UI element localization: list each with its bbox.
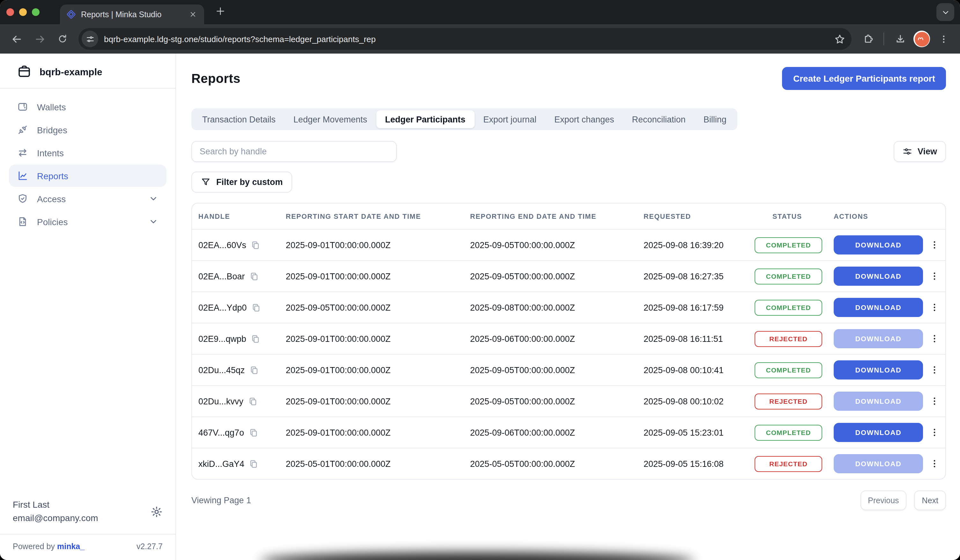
search-input[interactable] xyxy=(191,141,397,162)
tab-export-changes[interactable]: Export changes xyxy=(546,110,623,128)
minka-brand-link[interactable]: minka_ xyxy=(57,542,85,551)
site-settings-icon[interactable] xyxy=(82,30,98,47)
row-menu-icon[interactable] xyxy=(930,302,939,312)
pagination: Viewing Page 1 Previous Next xyxy=(191,491,946,510)
reload-button[interactable] xyxy=(53,29,72,48)
browser-menu-icon[interactable] xyxy=(934,29,953,48)
download-button[interactable]: DOWNLOAD xyxy=(834,267,923,286)
sidebar-item-wallets[interactable]: Wallets xyxy=(9,96,166,118)
extensions-icon[interactable] xyxy=(858,29,877,48)
download-button: DOWNLOAD xyxy=(834,454,923,473)
create-report-button[interactable]: Create Ledger Participants report xyxy=(782,67,946,90)
new-tab-button[interactable] xyxy=(216,6,225,16)
forward-button[interactable] xyxy=(30,29,49,48)
copy-icon[interactable] xyxy=(251,240,260,250)
downloads-icon[interactable] xyxy=(890,29,910,48)
report-start-date: 2025-09-01T00:00:00.000Z xyxy=(286,428,470,437)
close-window-button[interactable] xyxy=(6,8,14,16)
browser-tab[interactable]: Reports | Minka Studio xyxy=(60,5,204,24)
table-header-row: HANDLE REPORTING START DATE AND TIME REP… xyxy=(192,203,945,229)
download-button[interactable]: DOWNLOAD xyxy=(834,360,923,379)
favicon xyxy=(66,10,76,19)
tab-billing[interactable]: Billing xyxy=(694,110,736,128)
bookmark-star-icon[interactable] xyxy=(830,30,848,48)
report-start-date: 2025-09-01T00:00:00.000Z xyxy=(286,334,470,344)
filter-by-custom-button[interactable]: Filter by custom xyxy=(191,171,293,193)
sidebar-item-label: Intents xyxy=(37,148,64,158)
requested-timestamp: 2025-09-08 16:39:20 xyxy=(643,240,755,250)
tab-transaction-details[interactable]: Transaction Details xyxy=(193,110,285,128)
tab-ledger-movements[interactable]: Ledger Movements xyxy=(285,110,376,128)
tab-export-journal[interactable]: Export journal xyxy=(474,110,546,128)
copy-icon[interactable] xyxy=(250,365,259,375)
minimize-window-button[interactable] xyxy=(19,8,27,16)
copy-icon[interactable] xyxy=(249,459,258,469)
download-button: DOWNLOAD xyxy=(834,392,923,411)
report-tabs: Transaction DetailsLedger MovementsLedge… xyxy=(191,109,738,130)
back-button[interactable] xyxy=(7,29,26,48)
report-end-date: 2025-09-05T00:00:00.000Z xyxy=(470,365,643,375)
table-row: xkiD...GaY4 2025-05-01T00:00:00.000Z 202… xyxy=(192,448,945,479)
page-indicator: Viewing Page 1 xyxy=(191,496,251,505)
copy-icon[interactable] xyxy=(251,334,260,344)
chevron-down-icon xyxy=(149,217,158,226)
window-controls xyxy=(6,8,40,16)
row-menu-icon[interactable] xyxy=(930,271,939,281)
report-end-date: 2025-09-05T00:00:00.000Z xyxy=(470,240,643,250)
zoom-window-button[interactable] xyxy=(32,8,40,16)
sidebar-item-intents[interactable]: Intents xyxy=(9,142,166,164)
requested-timestamp: 2025-09-08 16:11:51 xyxy=(643,334,755,344)
gear-icon[interactable] xyxy=(150,506,163,518)
download-button[interactable]: DOWNLOAD xyxy=(834,235,923,254)
col-end: REPORTING END DATE AND TIME xyxy=(470,213,643,220)
ledger-name: bqrb-example xyxy=(40,66,102,77)
view-button[interactable]: View xyxy=(894,141,946,162)
table-row: 02EA...Boar 2025-09-01T00:00:00.000Z 202… xyxy=(192,260,945,291)
sidebar-item-reports[interactable]: Reports xyxy=(9,165,166,187)
status-badge: COMPLETED xyxy=(755,237,822,253)
sidebar-item-label: Wallets xyxy=(37,102,66,112)
user-block: First Last email@company.com xyxy=(0,491,175,534)
copy-icon[interactable] xyxy=(250,271,259,281)
copy-icon[interactable] xyxy=(248,397,258,406)
next-page-button[interactable]: Next xyxy=(914,491,946,510)
toolbar-separator xyxy=(883,32,884,45)
row-menu-icon[interactable] xyxy=(930,334,939,344)
report-start-date: 2025-09-05T00:00:00.000Z xyxy=(286,302,470,312)
sidebar-item-label: Bridges xyxy=(37,125,67,135)
sidebar-footer: Powered by minka_ v2.27.7 xyxy=(0,534,175,560)
table-row: 467V...qg7o 2025-09-01T00:00:00.000Z 202… xyxy=(192,416,945,448)
report-start-date: 2025-09-01T00:00:00.000Z xyxy=(286,365,470,375)
row-menu-icon[interactable] xyxy=(930,459,939,469)
status-badge: COMPLETED xyxy=(755,424,822,440)
funnel-icon xyxy=(201,177,211,187)
sidebar-item-label: Policies xyxy=(37,216,68,227)
download-button[interactable]: DOWNLOAD xyxy=(834,423,923,442)
table-row: 02Du...45qz 2025-09-01T00:00:00.000Z 202… xyxy=(192,354,945,385)
address-bar[interactable]: bqrb-example.ldg-stg.one/studio/reports?… xyxy=(78,28,851,50)
row-menu-icon[interactable] xyxy=(930,240,939,250)
ledger-switcher[interactable]: bqrb-example xyxy=(0,54,175,88)
copy-icon[interactable] xyxy=(251,302,261,312)
status-badge: COMPLETED xyxy=(755,268,822,284)
chevron-down-icon xyxy=(149,194,158,203)
sidebar-item-policies[interactable]: Policies xyxy=(9,211,166,233)
close-tab-icon[interactable] xyxy=(187,9,198,19)
tab-search-chevron-button[interactable] xyxy=(936,3,954,21)
report-start-date: 2025-09-01T00:00:00.000Z xyxy=(286,271,470,281)
sidebar-item-bridges[interactable]: Bridges xyxy=(9,118,166,141)
previous-page-button[interactable]: Previous xyxy=(860,491,906,510)
row-menu-icon[interactable] xyxy=(930,396,939,406)
copy-icon[interactable] xyxy=(248,428,258,437)
tab-reconciliation[interactable]: Reconciliation xyxy=(623,110,694,128)
requested-timestamp: 2025-09-08 00:10:41 xyxy=(643,365,755,375)
report-end-date: 2025-09-05T00:00:00.000Z xyxy=(470,397,643,406)
tab-ledger-participants[interactable]: Ledger Participants xyxy=(376,110,474,128)
row-menu-icon[interactable] xyxy=(930,427,939,438)
browser-toolbar: bqrb-example.ldg-stg.one/studio/reports?… xyxy=(0,24,960,54)
row-menu-icon[interactable] xyxy=(930,365,939,375)
sidebar-item-access[interactable]: Access xyxy=(9,187,166,210)
download-button[interactable]: DOWNLOAD xyxy=(834,298,923,317)
profile-avatar[interactable] xyxy=(914,30,930,47)
status-badge: COMPLETED xyxy=(755,299,822,315)
